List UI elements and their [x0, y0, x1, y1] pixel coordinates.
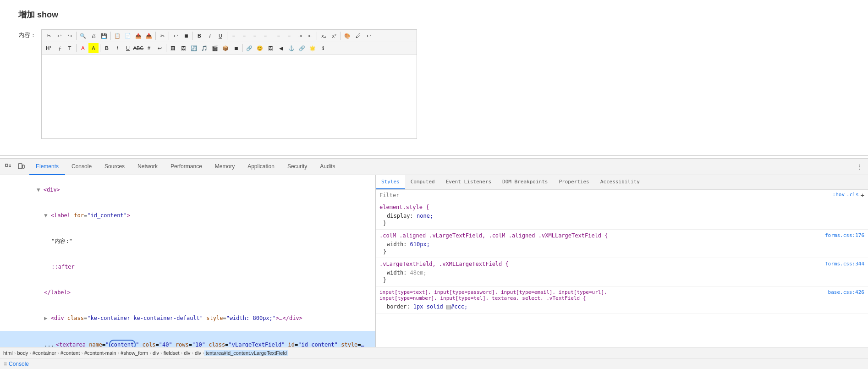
tb-list-ol[interactable]: ≡ — [274, 31, 284, 41]
content-textarea[interactable] — [42, 55, 417, 137]
tb-hr[interactable]: ⏹ — [231, 43, 241, 53]
editor-container: ✂ ↩ ↪ 🔍 🖨 💾 📋 📄 📤 📥 ✂ ↩ ⏹ B I — [41, 29, 417, 139]
content-label: 内容： — [18, 29, 37, 39]
tb-underline2[interactable]: U — [123, 43, 133, 53]
toolbar-row-2: H¹ 𝓯 T A A B I U ABC # ↩ 🖼 🖼 🔄 🎵 🎬 📦 — [42, 42, 417, 55]
tb-color[interactable]: 🎨 — [342, 31, 352, 41]
tb-align-right[interactable]: ≡ — [250, 31, 260, 41]
sep1 — [76, 32, 77, 40]
sep2 — [110, 32, 111, 40]
tb-bold2[interactable]: B — [102, 43, 112, 53]
tb-bgcolor[interactable]: 🖊 — [353, 31, 363, 41]
tb-align-left[interactable]: ≡ — [229, 31, 239, 41]
tb-copy[interactable]: 📋 — [112, 31, 122, 41]
tb-h1[interactable]: H¹ — [44, 43, 54, 53]
sep11 — [100, 44, 100, 52]
tb-stop[interactable]: ⏹ — [181, 31, 191, 41]
tb-media[interactable]: 🎵 — [199, 43, 209, 53]
page-title: 增加 show — [18, 9, 850, 20]
tb-paste-text[interactable]: 📤 — [133, 31, 143, 41]
sep10 — [76, 44, 77, 52]
tb-paste2[interactable]: 📄 — [123, 31, 133, 41]
tb-table[interactable]: # — [144, 43, 154, 53]
tb-clear[interactable]: ↩ — [154, 43, 165, 53]
tb-cut[interactable]: ✂ — [157, 31, 167, 41]
tb-undo2[interactable]: ↩ — [170, 31, 181, 41]
tb-remove-format[interactable]: ↩ — [363, 31, 374, 41]
tb-back[interactable]: ◀ — [276, 43, 286, 53]
sep8 — [317, 32, 317, 40]
tb-unlink[interactable]: 🔗 — [297, 43, 307, 53]
tb-box[interactable]: 📦 — [220, 43, 231, 53]
tb-outdent[interactable]: ⇤ — [305, 31, 315, 41]
tb-strikethrough[interactable]: ABC — [133, 43, 143, 53]
sep6 — [227, 32, 227, 40]
tb-special[interactable]: 🌟 — [308, 43, 318, 53]
tb-underline-icon[interactable]: U — [215, 31, 225, 41]
tb-italic-icon[interactable]: I — [205, 31, 215, 41]
sep7 — [272, 32, 272, 40]
toolbar-row-1: ✂ ↩ ↪ 🔍 🖨 💾 📋 📄 📤 📥 ✂ ↩ ⏹ B I — [42, 30, 417, 42]
tb-sub[interactable]: x₂ — [319, 31, 329, 41]
tb-print[interactable]: 🖨 — [88, 31, 99, 41]
tb-align-center[interactable]: ≡ — [239, 31, 249, 41]
tb-find[interactable]: 🔍 — [78, 31, 88, 41]
tb-italic2[interactable]: I — [112, 43, 122, 53]
tb-image2[interactable]: 🖼 — [178, 43, 188, 53]
tb-font-family[interactable]: 𝓯 — [54, 43, 64, 53]
tb-list-ul[interactable]: ≡ — [284, 31, 294, 41]
tb-image[interactable]: 🖼 — [168, 43, 178, 53]
sep9 — [341, 32, 341, 40]
tb-text-bgcolor[interactable]: A — [88, 43, 99, 53]
tb-bold-icon[interactable]: B — [194, 31, 204, 41]
tb-undo[interactable]: ↩ — [54, 31, 64, 41]
tb-emoji[interactable]: 😊 — [255, 43, 265, 53]
tb-link[interactable]: 🔗 — [244, 43, 254, 53]
tb-flash[interactable]: 🔄 — [189, 43, 199, 53]
sep5 — [192, 32, 193, 40]
tb-paste-word[interactable]: 📥 — [144, 31, 154, 41]
tb-anchor[interactable]: ⚓ — [286, 43, 297, 53]
tb-save[interactable]: 💾 — [99, 31, 109, 41]
tb-paste[interactable]: ✂ — [44, 31, 54, 41]
tb-text-color[interactable]: A — [78, 43, 88, 53]
tb-redo[interactable]: ↪ — [65, 31, 75, 41]
content-field-row: 内容： ✂ ↩ ↪ 🔍 🖨 💾 📋 📄 📤 📥 ✂ ↩ ⏹ — [18, 29, 850, 139]
page-content: 增加 show 内容： ✂ ↩ ↪ 🔍 🖨 💾 📋 📄 📤 📥 ✂ ↩ — [0, 0, 868, 156]
tb-align-justify[interactable]: ≡ — [260, 31, 270, 41]
tb-info[interactable]: ℹ — [318, 43, 328, 53]
tb-sup[interactable]: x² — [329, 31, 339, 41]
tb-font-size[interactable]: T — [65, 43, 75, 53]
sep3 — [155, 32, 156, 40]
tb-img-gallery[interactable]: 🖼 — [265, 43, 275, 53]
tb-indent[interactable]: ⇥ — [295, 31, 305, 41]
tb-media2[interactable]: 🎬 — [210, 43, 220, 53]
sep13 — [242, 44, 243, 52]
sep4 — [169, 32, 169, 40]
sep12 — [166, 44, 166, 52]
